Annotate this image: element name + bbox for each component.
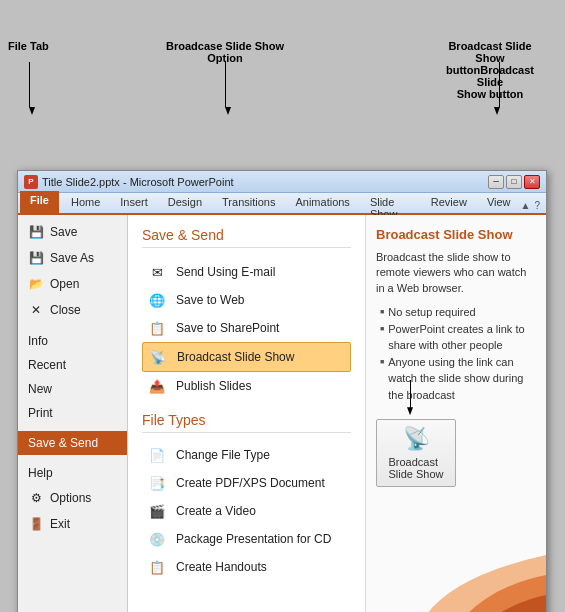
- tab-design[interactable]: Design: [158, 193, 212, 213]
- sidebar-exit-label: Exit: [50, 517, 70, 531]
- broadcast-btn-arrow-head: [494, 107, 500, 115]
- broadcast-option-arrow-head: [225, 107, 231, 115]
- title-bar: P Title Slide2.pptx - Microsoft PowerPoi…: [18, 171, 546, 193]
- minimize-button[interactable]: ─: [488, 175, 504, 189]
- broadcast-label: Broadcast Slide Show: [177, 350, 294, 364]
- change-type-label: Change File Type: [176, 448, 270, 462]
- tab-transitions[interactable]: Transitions: [212, 193, 285, 213]
- sidebar-item-recent[interactable]: Recent: [18, 353, 127, 377]
- sidebar-item-saveas[interactable]: 💾 Save As: [18, 245, 127, 271]
- sidebar-item-close[interactable]: ✕ Close: [18, 297, 127, 323]
- sidebar-saveas-label: Save As: [50, 251, 94, 265]
- right-panel-desc: Broadcast the slide show to remote viewe…: [376, 250, 536, 296]
- handouts-icon: 📋: [146, 558, 168, 576]
- web-item[interactable]: 🌐 Save to Web: [142, 286, 351, 314]
- broadcast-btn-arrow-line: [499, 62, 500, 107]
- sidebar-item-open[interactable]: 📂 Open: [18, 271, 127, 297]
- email-label: Send Using E-mail: [176, 265, 275, 279]
- email-item[interactable]: ✉ Send Using E-mail: [142, 258, 351, 286]
- sidebar-help-label: Help: [28, 466, 53, 480]
- right-panel-title: Broadcast Slide Show: [376, 227, 536, 242]
- app-window: P Title Slide2.pptx - Microsoft PowerPoi…: [17, 170, 547, 612]
- sidebar-item-save[interactable]: 💾 Save: [18, 219, 127, 245]
- package-item[interactable]: 💿 Package Presentation for CD: [142, 525, 351, 553]
- bullet-list: No setup required PowerPoint creates a l…: [376, 304, 536, 403]
- sidebar-options-label: Options: [50, 491, 91, 505]
- broadcast-option-arrow-line: [225, 62, 226, 107]
- sidebar-item-info[interactable]: Info: [18, 329, 127, 353]
- publish-label: Publish Slides: [176, 379, 251, 393]
- sidebar-new-label: New: [28, 382, 52, 396]
- sharepoint-label: Save to SharePoint: [176, 321, 279, 335]
- sidebar: 💾 Save 💾 Save As 📂 Open ✕ Close Info: [18, 215, 128, 612]
- ribbon-help-icon[interactable]: ?: [534, 200, 540, 211]
- open-icon: 📂: [28, 276, 44, 292]
- sidebar-item-print[interactable]: Print: [18, 401, 127, 425]
- change-type-item[interactable]: 📄 Change File Type: [142, 441, 351, 469]
- broadcast-button-annotation: Broadcast Slide Show buttonBroadcast Sli…: [435, 40, 545, 100]
- tab-review[interactable]: Review: [421, 193, 477, 213]
- web-icon: 🌐: [146, 291, 168, 309]
- handouts-item[interactable]: 📋 Create Handouts: [142, 553, 351, 581]
- tab-slideshow[interactable]: Slide Show: [360, 193, 421, 213]
- right-panel: Broadcast Slide Show Broadcast the slide…: [366, 215, 546, 612]
- video-icon: 🎬: [146, 502, 168, 520]
- sidebar-close-label: Close: [50, 303, 81, 317]
- web-label: Save to Web: [176, 293, 244, 307]
- middle-panel: Save & Send ✉ Send Using E-mail 🌐 Save t…: [128, 215, 366, 612]
- tab-insert[interactable]: Insert: [110, 193, 158, 213]
- package-icon: 💿: [146, 530, 168, 548]
- ribbon-tabs: File Home Insert Design Transitions Anim…: [18, 193, 546, 215]
- video-label: Create a Video: [176, 504, 256, 518]
- broadcast-item[interactable]: 📡 Broadcast Slide Show: [142, 342, 351, 372]
- publish-item[interactable]: 📤 Publish Slides: [142, 372, 351, 400]
- bullet-2: PowerPoint creates a link to share with …: [380, 321, 536, 354]
- save-send-title: Save & Send: [142, 227, 351, 248]
- email-icon: ✉: [146, 263, 168, 281]
- maximize-button[interactable]: □: [506, 175, 522, 189]
- sidebar-item-help[interactable]: Help: [18, 461, 127, 485]
- sidebar-item-savesend[interactable]: Save & Send: [18, 431, 127, 455]
- sidebar-info-label: Info: [28, 334, 48, 348]
- tab-home[interactable]: Home: [61, 193, 110, 213]
- package-label: Package Presentation for CD: [176, 532, 331, 546]
- saveas-icon: 💾: [28, 250, 44, 266]
- sidebar-print-label: Print: [28, 406, 53, 420]
- pdf-icon: 📑: [146, 474, 168, 492]
- ribbon-collapse-icon[interactable]: ▲: [521, 200, 531, 211]
- sidebar-recent-label: Recent: [28, 358, 66, 372]
- file-tab-arrow-line: [29, 62, 30, 107]
- ppt-icon: P: [24, 175, 38, 189]
- tab-animations[interactable]: Animations: [285, 193, 359, 213]
- publish-icon: 📤: [146, 377, 168, 395]
- exit-icon: 🚪: [28, 516, 44, 532]
- window-title: Title Slide2.pptx - Microsoft PowerPoint: [42, 176, 234, 188]
- file-types-title: File Types: [142, 412, 351, 433]
- pdf-item[interactable]: 📑 Create PDF/XPS Document: [142, 469, 351, 497]
- tab-view[interactable]: View: [477, 193, 521, 213]
- change-type-icon: 📄: [146, 446, 168, 464]
- sidebar-savesend-label: Save & Send: [28, 436, 98, 450]
- save-icon: 💾: [28, 224, 44, 240]
- sidebar-save-label: Save: [50, 225, 77, 239]
- wave-decoration: [366, 535, 546, 612]
- video-item[interactable]: 🎬 Create a Video: [142, 497, 351, 525]
- broadcast-icon: 📡: [147, 348, 169, 366]
- bullet-3: Anyone using the link can watch the slid…: [380, 354, 536, 404]
- broadcast-option-annotation: Broadcase Slide ShowOption: [160, 40, 290, 64]
- sharepoint-item[interactable]: 📋 Save to SharePoint: [142, 314, 351, 342]
- broadcast-btn-label: BroadcastSlide Show: [388, 456, 443, 480]
- sidebar-item-exit[interactable]: 🚪 Exit: [18, 511, 127, 537]
- file-tab-arrow-head: [29, 107, 35, 115]
- close-button[interactable]: ✕: [524, 175, 540, 189]
- sidebar-open-label: Open: [50, 277, 79, 291]
- sidebar-item-new[interactable]: New: [18, 377, 127, 401]
- close-doc-icon: ✕: [28, 302, 44, 318]
- bullet-1: No setup required: [380, 304, 536, 321]
- broadcast-slide-show-button[interactable]: 📡 BroadcastSlide Show: [376, 419, 456, 487]
- broadcast-btn-internal-arrowhead: [407, 407, 413, 415]
- broadcast-btn-icon: 📡: [403, 426, 430, 452]
- sidebar-item-options[interactable]: ⚙ Options: [18, 485, 127, 511]
- pdf-label: Create PDF/XPS Document: [176, 476, 325, 490]
- tab-file[interactable]: File: [20, 191, 59, 213]
